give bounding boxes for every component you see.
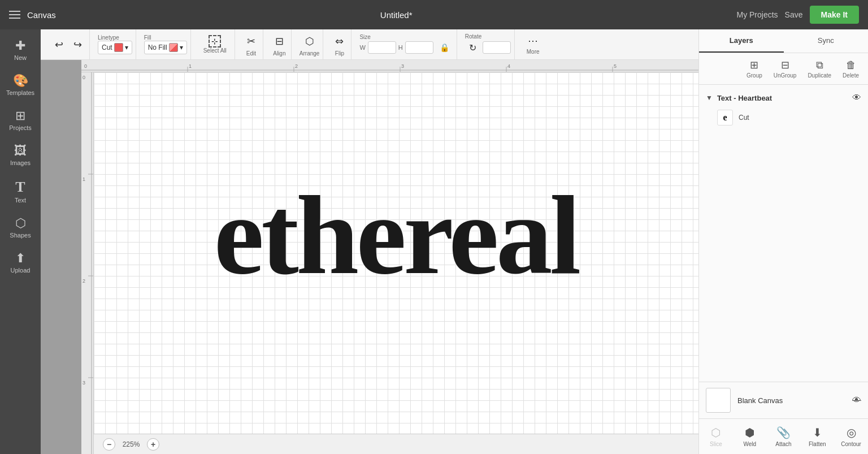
topbar: Canvas Untitled* My Projects Save Make I… xyxy=(0,0,868,29)
flip-group: ⇔ Flip xyxy=(328,29,351,59)
layer-item-thumbnail: e xyxy=(717,110,733,126)
sidebar-item-projects[interactable]: ⊞ Projects xyxy=(1,104,40,137)
sidebar-item-new[interactable]: ✚ New xyxy=(1,34,40,67)
group-icon: ⊞ xyxy=(750,59,758,71)
sidebar-item-text-label: Text xyxy=(15,197,26,204)
sidebar-item-shapes-label: Shapes xyxy=(10,232,31,239)
delete-button[interactable]: 🗑 Delete xyxy=(838,57,863,81)
svg-text:1: 1 xyxy=(189,63,192,69)
size-w-label: W xyxy=(359,44,365,51)
my-projects-button[interactable]: My Projects xyxy=(736,10,778,19)
arrange-button[interactable]: ⬡ xyxy=(301,32,318,50)
sidebar-item-images[interactable]: 🖼 Images xyxy=(1,139,40,172)
ungroup-button[interactable]: ⊟ UnGroup xyxy=(769,57,801,81)
size-h-input[interactable] xyxy=(405,41,433,54)
sidebar-item-templates[interactable]: 🎨 Templates xyxy=(1,69,40,102)
sidebar-item-shapes[interactable]: ⬡ Shapes xyxy=(1,211,40,244)
sidebar-item-text[interactable]: T Text xyxy=(1,174,40,209)
contour-button[interactable]: ◎ Contour xyxy=(834,422,868,451)
fill-chevron-icon: ▾ xyxy=(180,44,183,51)
ruler-horizontal: 0 1 2 3 4 5 xyxy=(81,60,698,72)
projects-icon: ⊞ xyxy=(15,110,25,122)
flatten-button[interactable]: ⬇ Flatten xyxy=(800,422,834,451)
blank-canvas-row: Blank Canvas 👁 xyxy=(699,382,868,418)
slice-button[interactable]: ⬡ Slice xyxy=(699,422,733,451)
blank-canvas-visibility-icon[interactable]: 👁 xyxy=(852,395,861,405)
sidebar-item-images-label: Images xyxy=(10,159,31,166)
zoom-in-button[interactable]: + xyxy=(147,438,159,451)
svg-text:2: 2 xyxy=(83,278,85,284)
duplicate-label: Duplicate xyxy=(808,72,831,79)
fill-select[interactable]: No Fill ▾ xyxy=(144,41,187,54)
save-button[interactable]: Save xyxy=(785,10,803,19)
fill-label: Fill xyxy=(144,34,187,41)
duplicate-button[interactable]: ⧉ Duplicate xyxy=(803,57,836,81)
rotate-group: Rotate ↻ xyxy=(462,29,515,59)
zoom-out-button[interactable]: − xyxy=(103,438,115,451)
panel-bottom-tools: ⬡ Slice ⬢ Weld 📎 Attach ⬇ Flatten ◎ Cont… xyxy=(699,418,868,454)
size-group: Size W H 🔒 xyxy=(356,29,457,59)
layer-group-visibility-icon[interactable]: 👁 xyxy=(852,93,861,103)
arrange-group: ⬡ Arrange xyxy=(296,29,324,59)
contour-icon: ◎ xyxy=(847,426,856,439)
layer-item[interactable]: e Cut xyxy=(699,106,868,129)
size-w-input[interactable] xyxy=(368,41,396,54)
weld-button[interactable]: ⬢ Weld xyxy=(733,422,767,451)
panel-tabs: Layers Sync xyxy=(699,29,868,53)
size-label: Size xyxy=(359,34,453,40)
linetype-select[interactable]: Cut ▾ xyxy=(98,41,132,54)
svg-text:0: 0 xyxy=(84,63,87,69)
tab-sync[interactable]: Sync xyxy=(784,29,869,53)
ungroup-label: UnGroup xyxy=(774,72,797,79)
undo-button[interactable]: ↩ xyxy=(51,36,67,54)
filename-label: Untitled* xyxy=(380,10,413,20)
attach-button[interactable]: 📎 Attach xyxy=(767,422,801,451)
edit-button[interactable]: ✂ xyxy=(243,32,259,50)
more-icon: ⋯ xyxy=(528,34,538,47)
flip-label: Flip xyxy=(335,50,344,57)
tab-layers[interactable]: Layers xyxy=(699,29,784,53)
size-lock-button[interactable]: 🔒 xyxy=(436,40,453,55)
attach-label: Attach xyxy=(775,441,791,447)
sidebar-item-templates-label: Templates xyxy=(6,89,34,96)
arrange-label: Arrange xyxy=(300,50,320,57)
align-label: Align xyxy=(273,50,285,57)
slice-label: Slice xyxy=(710,441,722,447)
sidebar-item-upload[interactable]: ⬆ Upload xyxy=(1,247,40,279)
zoom-bar: − 225% + xyxy=(94,434,698,454)
toolbar: ↩ ↪ Linetype Cut ▾ Fill xyxy=(41,29,698,60)
layer-group-name: Text - Heartbeat xyxy=(717,94,848,102)
layer-group-header[interactable]: ▼ Text - Heartbeat 👁 xyxy=(699,89,868,106)
flatten-label: Flatten xyxy=(809,441,826,447)
drawing-area[interactable]: ethereal xyxy=(94,72,698,434)
delete-label: Delete xyxy=(843,72,859,79)
left-sidebar: ✚ New 🎨 Templates ⊞ Projects 🖼 Images T … xyxy=(0,29,41,454)
shapes-icon: ⬡ xyxy=(15,217,26,230)
linetype-group: Linetype Cut ▾ xyxy=(94,29,136,59)
new-icon: ✚ xyxy=(15,40,25,52)
edit-label: Edit xyxy=(246,50,256,57)
ungroup-icon: ⊟ xyxy=(781,59,789,71)
more-button[interactable]: ⋯ More xyxy=(523,32,544,58)
rotate-input[interactable] xyxy=(483,41,511,54)
hamburger-menu-button[interactable] xyxy=(9,11,20,19)
select-all-group: ⊹ Select All xyxy=(196,29,235,59)
select-all-button[interactable]: ⊹ Select All xyxy=(199,34,231,55)
redo-button[interactable]: ↪ xyxy=(70,36,86,54)
rotate-label: Rotate xyxy=(465,33,511,40)
align-group: ⊟ Align xyxy=(268,29,292,59)
flip-button[interactable]: ⇔ xyxy=(331,32,348,50)
duplicate-icon: ⧉ xyxy=(816,59,823,71)
sidebar-item-projects-label: Projects xyxy=(9,124,32,131)
rotate-button[interactable]: ↻ xyxy=(465,40,480,56)
make-it-button[interactable]: Make It xyxy=(810,6,859,24)
canvas-text-art[interactable]: ethereal xyxy=(214,179,579,292)
group-button[interactable]: ⊞ Group xyxy=(742,57,767,81)
delete-icon: 🗑 xyxy=(846,59,856,71)
linetype-color-swatch xyxy=(114,43,123,52)
main-layout: ✚ New 🎨 Templates ⊞ Projects 🖼 Images T … xyxy=(0,29,868,454)
select-all-icon: ⊹ xyxy=(209,35,221,47)
select-all-label: Select All xyxy=(203,47,227,54)
svg-text:0: 0 xyxy=(83,75,85,80)
align-button[interactable]: ⊟ xyxy=(271,32,288,50)
